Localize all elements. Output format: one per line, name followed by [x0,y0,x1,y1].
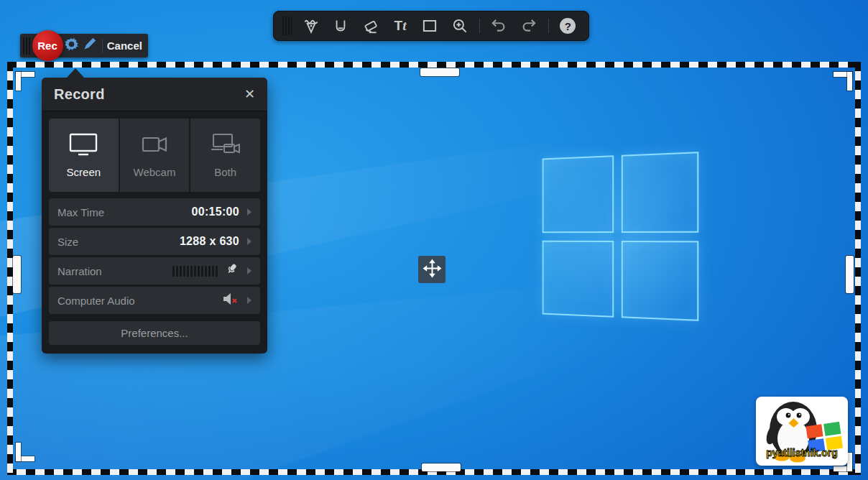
help-button[interactable]: ? [553,13,583,39]
pen-icon [302,17,320,35]
draw-mode-button[interactable] [80,37,98,55]
resize-handle-left[interactable] [13,256,21,293]
rec-button[interactable]: Rec [32,30,63,61]
size-value: 1288 x 630 [180,235,239,248]
help-icon: ? [560,18,576,34]
size-row[interactable]: Size 1288 x 630 [49,228,260,255]
source-screen-label: Screen [67,166,101,178]
record-toolbar: Rec Cancel [20,34,148,57]
annotation-toolbar: Tt [273,11,589,41]
source-both-label: Both [214,166,236,178]
eraser-icon [361,17,380,35]
windows-logo-pane [542,155,614,232]
panel-title: Record [54,86,105,103]
computer-audio-label: Computer Audio [57,295,222,307]
record-panel: Record ✕ Screen [42,78,267,354]
undo-button[interactable] [484,13,514,39]
resize-handle-bottom[interactable] [422,463,461,471]
eraser-tool-button[interactable] [356,13,385,39]
selection-border-left[interactable] [7,62,13,475]
text-tool-button[interactable]: Tt [385,13,415,39]
max-time-row[interactable]: Max Time 00:15:00 [49,198,260,226]
pencil-icon [81,37,97,55]
preferences-label: Preferences... [121,327,188,339]
narration-row[interactable]: Narration [49,257,260,285]
windows-logo-pane [621,152,698,232]
magnifier-plus-icon [451,17,469,35]
screen: Rec Cancel [0,0,868,480]
highlighter-tool-button[interactable] [326,13,355,39]
divider [548,19,549,33]
size-label: Size [57,236,180,248]
highlighter-icon [331,17,350,35]
pen-tool-button[interactable] [296,13,326,39]
settings-button[interactable] [63,36,80,55]
capture-source-selector: Screen Webcam [49,119,260,192]
redo-button[interactable] [514,13,543,39]
resize-handle-bottom-left[interactable] [16,443,34,461]
watermark-text: pyatilistnik.org [766,447,838,458]
undo-icon [489,17,508,35]
gear-icon [63,36,80,55]
chevron-right-icon [247,297,251,304]
source-both-button[interactable]: Both [190,119,260,192]
max-time-label: Max Time [57,206,192,218]
divider [102,39,103,53]
chevron-right-icon [247,208,251,216]
preferences-button[interactable]: Preferences... [49,321,260,345]
drag-grip-icon[interactable] [23,37,31,55]
source-screen-button[interactable]: Screen [49,119,119,192]
move-icon [423,259,442,281]
resize-handle-top-right[interactable] [834,72,852,91]
move-selection-handle[interactable] [418,256,445,283]
speaker-muted-icon [222,292,239,309]
selection-border-top[interactable] [7,62,861,68]
divider [479,19,480,33]
windows-logo-pane [621,241,698,321]
site-watermark: pyatilistnik.org [756,397,848,466]
rectangle-tool-button[interactable] [415,13,445,39]
zoom-tool-button[interactable] [445,13,474,39]
chevron-right-icon [247,267,251,274]
narration-label: Narration [57,265,172,277]
source-webcam-button[interactable]: Webcam [120,119,190,192]
resize-handle-right[interactable] [846,256,854,293]
panel-pointer [66,68,85,78]
audio-level-meter [172,266,218,277]
computer-audio-row[interactable]: Computer Audio [49,287,260,314]
rec-button-label: Rec [37,40,57,52]
record-settings: Max Time 00:15:00 Size 1288 x 630 Narrat… [49,198,260,314]
text-tool-icon: Tt [394,18,407,34]
selection-border-right[interactable] [855,62,861,475]
source-webcam-label: Webcam [134,166,176,178]
cancel-button[interactable]: Cancel [107,40,142,52]
screen-and-webcam-icon [210,132,241,157]
max-time-value: 00:15:00 [192,206,239,218]
close-icon[interactable]: ✕ [244,88,255,101]
chevron-right-icon [247,238,251,245]
screen-icon [68,132,99,157]
record-panel-header: Record ✕ [42,78,267,111]
microphone-icon [223,262,239,280]
drag-grip-icon[interactable] [282,17,292,35]
windows-logo-pane [542,240,614,317]
resize-handle-top-left[interactable] [16,72,34,91]
webcam-icon [139,132,170,157]
resize-handle-top[interactable] [420,68,459,76]
redo-icon [520,17,538,35]
windows-logo [542,152,699,321]
rectangle-icon [420,17,439,35]
